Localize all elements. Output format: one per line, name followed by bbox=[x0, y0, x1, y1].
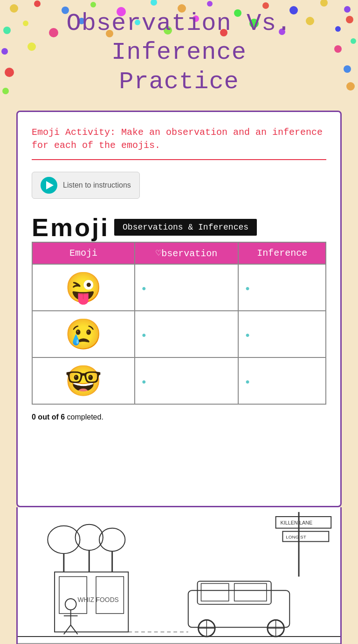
main-card: Emoji Activity: Make an observation and … bbox=[16, 111, 342, 507]
svg-text:KILLEN LANE: KILLEN LANE bbox=[280, 520, 312, 525]
svg-rect-7 bbox=[59, 577, 87, 614]
inference-dot-1: ● bbox=[243, 329, 321, 339]
svg-line-14 bbox=[71, 625, 78, 635]
emoji-cell-1: 😢 bbox=[32, 311, 135, 357]
observation-dot-1: ● bbox=[140, 329, 233, 339]
emoji-cell-0: 😜 bbox=[32, 264, 135, 311]
header: Observation Vs. Inference Practice bbox=[0, 0, 358, 111]
listen-label: Listen to instructions bbox=[63, 181, 131, 189]
svg-line-13 bbox=[64, 625, 71, 635]
sketch-placeholder: WHIZ FOODS KILLEN LANE bbox=[18, 507, 340, 644]
col-observation: ♡bservation bbox=[135, 242, 238, 264]
observation-cell-0[interactable]: ● bbox=[135, 264, 238, 311]
inference-cell-2[interactable]: ● bbox=[238, 357, 326, 404]
inference-dot-0: ● bbox=[243, 282, 321, 293]
emoji-image-1: 😢 bbox=[65, 317, 102, 351]
progress-completed: 0 bbox=[32, 413, 36, 421]
svg-rect-18 bbox=[234, 584, 267, 602]
emoji-big-label: Emoji bbox=[32, 213, 110, 242]
inference-dot-2: ● bbox=[243, 376, 321, 386]
col-inference: Inference bbox=[238, 242, 326, 264]
table-row: 😢●● bbox=[32, 311, 326, 357]
table-header-row: Emoji ♡bservation Inference bbox=[32, 242, 326, 264]
emoji-image-2: 🤓 bbox=[65, 364, 102, 398]
observation-cell-2[interactable]: ● bbox=[135, 357, 238, 404]
emoji-cell-2: 🤓 bbox=[32, 357, 135, 404]
observation-dot-2: ● bbox=[140, 376, 233, 386]
street-sketch-svg: WHIZ FOODS KILLEN LANE bbox=[18, 512, 340, 644]
svg-text:WHIZ FOODS: WHIZ FOODS bbox=[78, 596, 119, 603]
svg-rect-17 bbox=[201, 584, 228, 602]
emoji-image-0: 😜 bbox=[65, 271, 102, 304]
listen-button[interactable]: Listen to instructions bbox=[32, 172, 140, 199]
svg-text:LONG ST: LONG ST bbox=[286, 534, 306, 539]
emoji-table: Emoji ♡bservation Inference 😜●●😢●●🤓●● bbox=[32, 242, 326, 405]
progress-label: completed. bbox=[67, 413, 103, 421]
play-triangle bbox=[46, 181, 54, 189]
observation-cell-1[interactable]: ● bbox=[135, 311, 238, 357]
emoji-section-header: Emoji Observations & Inferences bbox=[32, 213, 326, 242]
play-icon bbox=[41, 177, 57, 194]
table-header: Emoji ♡bservation Inference bbox=[32, 242, 326, 264]
col-emoji: Emoji bbox=[32, 242, 135, 264]
table-body: 😜●●😢●●🤓●● bbox=[32, 264, 326, 404]
svg-rect-15 bbox=[188, 590, 289, 627]
table-row: 😜●● bbox=[32, 264, 326, 311]
progress-total: 6 bbox=[61, 413, 65, 421]
activity-description: Emoji Activity: Make an observation and … bbox=[32, 126, 326, 160]
svg-rect-8 bbox=[96, 577, 124, 614]
table-row: 🤓●● bbox=[32, 357, 326, 404]
sketch-area: WHIZ FOODS KILLEN LANE bbox=[16, 507, 342, 644]
progress-text: 0 out of 6 completed. bbox=[32, 413, 326, 421]
inference-cell-1[interactable]: ● bbox=[238, 311, 326, 357]
svg-point-10 bbox=[65, 599, 76, 610]
inference-cell-0[interactable]: ● bbox=[238, 264, 326, 311]
page-title: Observation Vs. Inference Practice bbox=[19, 9, 339, 97]
observation-dot-0: ● bbox=[140, 282, 233, 293]
obs-inf-badge: Observations & Inferences bbox=[114, 219, 257, 236]
